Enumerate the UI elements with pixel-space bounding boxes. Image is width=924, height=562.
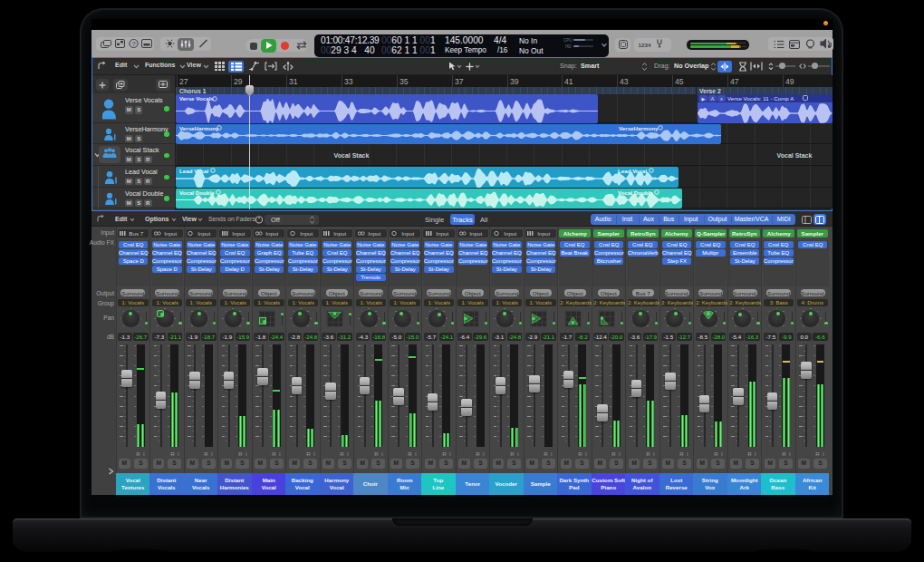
- svg-text:?: ?: [131, 40, 135, 48]
